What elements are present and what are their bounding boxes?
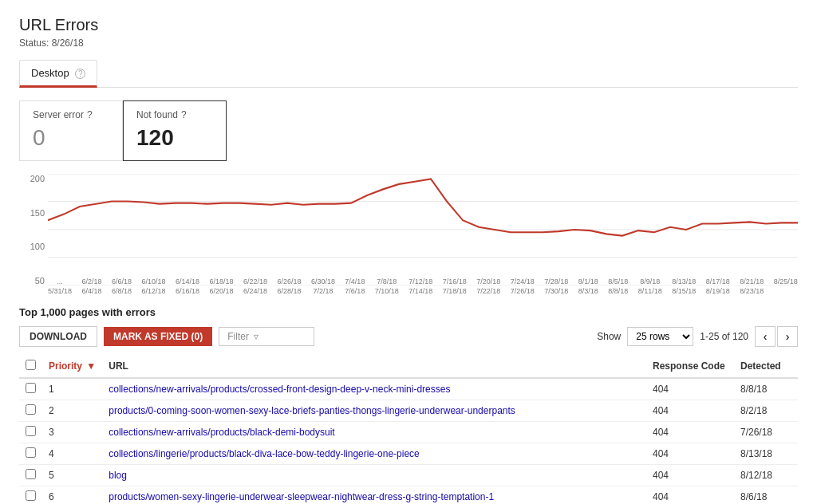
server-error-metric: Server error ? 0 bbox=[19, 100, 123, 161]
row-url: blog bbox=[102, 465, 646, 486]
not-found-value: 120 bbox=[136, 125, 213, 151]
tab-desktop-label: Desktop bbox=[31, 67, 69, 79]
row-checkbox-cell bbox=[19, 400, 42, 422]
filter-box[interactable]: Filter ▿ bbox=[219, 327, 314, 346]
x-label-11: 7/12/187/14/18 bbox=[408, 278, 432, 301]
row-url: products/0-coming-soon-women-sexy-lace-b… bbox=[102, 400, 646, 422]
x-label-3: 6/10/186/12/18 bbox=[141, 278, 165, 301]
chart-y-labels: 200 150 100 50 bbox=[19, 174, 48, 285]
section-title: Top 1,000 pages with errors bbox=[19, 306, 798, 318]
x-label-15: 7/28/187/30/18 bbox=[544, 278, 568, 301]
row-checkbox-cell bbox=[19, 422, 42, 443]
header-priority[interactable]: Priority ▼ bbox=[42, 355, 102, 378]
x-label-6: 6/22/186/24/18 bbox=[243, 278, 267, 301]
x-label-18: 8/9/188/11/18 bbox=[638, 278, 662, 301]
x-label-7: 6/26/186/28/18 bbox=[277, 278, 301, 301]
url-link[interactable]: collections/lingerie/products/black-diva… bbox=[109, 448, 420, 459]
pagination-info: Show 25 rows 50 rows 100 rows 1-25 of 12… bbox=[597, 326, 798, 347]
x-label-20: 8/17/188/19/18 bbox=[706, 278, 730, 301]
url-link[interactable]: products/0-coming-soon-women-sexy-lace-b… bbox=[109, 405, 515, 416]
x-label-4: 6/14/186/16/18 bbox=[176, 278, 199, 301]
row-checkbox-cell bbox=[19, 486, 42, 504]
x-label-16: 8/1/188/3/18 bbox=[578, 278, 598, 301]
row-response-code: 404 bbox=[646, 400, 734, 422]
row-checkbox-cell bbox=[19, 378, 42, 400]
row-url: collections/new-arrivals/products/black-… bbox=[102, 422, 646, 443]
y-label-50: 50 bbox=[19, 276, 45, 285]
select-all-checkbox[interactable] bbox=[26, 360, 36, 370]
x-label-13: 7/20/187/22/18 bbox=[476, 278, 500, 301]
row-detected: 8/8/18 bbox=[734, 378, 798, 400]
row-response-code: 404 bbox=[646, 465, 734, 486]
row-detected: 8/6/18 bbox=[734, 486, 798, 504]
url-link[interactable]: collections/new-arrivals/products/crosse… bbox=[109, 384, 450, 395]
url-link[interactable]: blog bbox=[109, 470, 127, 481]
x-label-5: 6/18/186/20/18 bbox=[209, 278, 233, 301]
row-priority: 1 bbox=[42, 378, 102, 400]
row-detected: 8/12/18 bbox=[734, 465, 798, 486]
row-checkbox[interactable] bbox=[26, 469, 36, 479]
row-checkbox[interactable] bbox=[26, 447, 36, 458]
x-label-1: 6/2/186/4/18 bbox=[81, 278, 101, 301]
x-label-19: 8/13/188/15/18 bbox=[672, 278, 696, 301]
not-found-metric: Not found ? 120 bbox=[123, 100, 227, 161]
table-controls: Download MARK AS FIXED (0) Filter ▿ Show… bbox=[19, 326, 798, 347]
show-label: Show bbox=[597, 331, 621, 342]
row-url: products/women-sexy-lingerie-underwear-s… bbox=[102, 486, 646, 504]
table-row: 5 blog 404 8/12/18 bbox=[19, 465, 798, 486]
row-priority: 5 bbox=[42, 465, 102, 486]
row-checkbox[interactable] bbox=[26, 404, 36, 415]
x-label-9: 7/4/187/6/18 bbox=[345, 278, 365, 301]
next-page-button[interactable]: › bbox=[777, 326, 798, 347]
table-body: 1 collections/new-arrivals/products/cros… bbox=[19, 378, 798, 504]
tab-help-icon[interactable]: ? bbox=[75, 69, 85, 79]
page-navigation: ‹ › bbox=[755, 326, 798, 347]
table-header-row: Priority ▼ URL Response Code Detected bbox=[19, 355, 798, 378]
filter-icon: ▿ bbox=[254, 331, 259, 342]
x-label-2: 6/6/186/8/18 bbox=[112, 278, 132, 301]
status-text: Status: 8/26/18 bbox=[19, 37, 798, 49]
chart-svg bbox=[48, 174, 798, 285]
pagination-range: 1-25 of 120 bbox=[700, 331, 748, 342]
y-label-150: 150 bbox=[19, 208, 45, 218]
row-url: collections/new-arrivals/products/crosse… bbox=[102, 378, 646, 400]
server-error-help-icon[interactable]: ? bbox=[87, 109, 93, 120]
row-checkbox[interactable] bbox=[26, 490, 36, 501]
row-checkbox[interactable] bbox=[26, 383, 36, 393]
tab-desktop[interactable]: Desktop ? bbox=[19, 60, 97, 88]
row-priority: 4 bbox=[42, 443, 102, 465]
url-link[interactable]: products/women-sexy-lingerie-underwear-s… bbox=[109, 491, 494, 502]
not-found-help-icon[interactable]: ? bbox=[181, 109, 187, 120]
table-row: 6 products/women-sexy-lingerie-underwear… bbox=[19, 486, 798, 504]
page-title: URL Errors bbox=[19, 16, 798, 34]
mark-as-fixed-button[interactable]: MARK AS FIXED (0) bbox=[104, 327, 212, 346]
y-label-100: 100 bbox=[19, 242, 45, 251]
chart-area: 200 150 100 50 ...5/31/18 6/2/186/4/18 6… bbox=[19, 174, 798, 301]
table-row: 1 collections/new-arrivals/products/cros… bbox=[19, 378, 798, 400]
header-response-code: Response Code bbox=[646, 355, 734, 378]
row-url: collections/lingerie/products/black-diva… bbox=[102, 443, 646, 465]
chart-x-labels: ...5/31/18 6/2/186/4/18 6/6/186/8/18 6/1… bbox=[48, 278, 798, 301]
table-row: 4 collections/lingerie/products/black-di… bbox=[19, 443, 798, 465]
row-checkbox[interactable] bbox=[26, 426, 36, 436]
x-label-0: ...5/31/18 bbox=[48, 278, 72, 301]
download-button[interactable]: Download bbox=[19, 326, 97, 347]
table-row: 2 products/0-coming-soon-women-sexy-lace… bbox=[19, 400, 798, 422]
row-checkbox-cell bbox=[19, 443, 42, 465]
metrics-row: Server error ? 0 Not found ? 120 bbox=[19, 100, 798, 161]
prev-page-button[interactable]: ‹ bbox=[755, 326, 776, 347]
y-label-200: 200 bbox=[19, 174, 45, 183]
row-response-code: 404 bbox=[646, 443, 734, 465]
row-response-code: 404 bbox=[646, 422, 734, 443]
x-label-8: 6/30/187/2/18 bbox=[311, 278, 335, 301]
row-priority: 6 bbox=[42, 486, 102, 504]
url-link[interactable]: collections/new-arrivals/products/black-… bbox=[109, 427, 334, 438]
row-checkbox-cell bbox=[19, 465, 42, 486]
x-label-10: 7/8/187/10/18 bbox=[375, 278, 399, 301]
header-checkbox bbox=[19, 355, 42, 378]
row-response-code: 404 bbox=[646, 486, 734, 504]
server-error-value: 0 bbox=[33, 125, 109, 151]
table-row: 3 collections/new-arrivals/products/blac… bbox=[19, 422, 798, 443]
rows-per-page-select[interactable]: 25 rows 50 rows 100 rows bbox=[627, 327, 693, 346]
row-detected: 8/2/18 bbox=[734, 400, 798, 422]
